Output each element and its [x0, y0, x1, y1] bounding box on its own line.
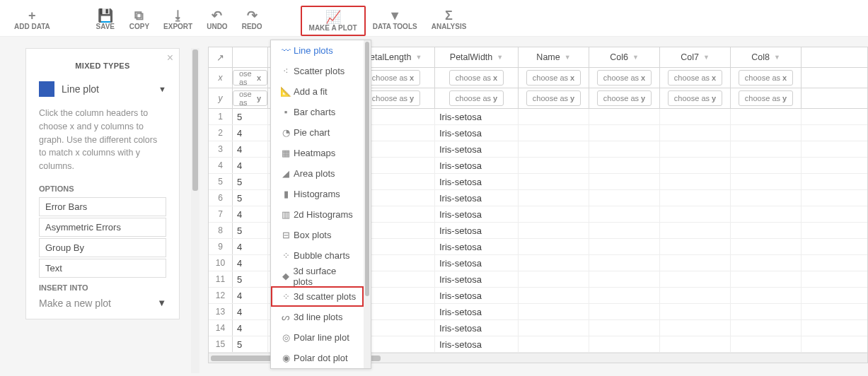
save-button[interactable]: 💾SAVE	[88, 6, 122, 33]
menu-item-icon: ◉	[278, 353, 294, 363]
menu-item-area-plots[interactable]: ◢Area plots	[271, 163, 364, 184]
copy-button[interactable]: ⧉COPY	[122, 6, 156, 33]
export-button[interactable]: ⭳EXPORT	[156, 6, 199, 33]
column-header[interactable]	[233, 47, 268, 67]
row-number: 3	[209, 141, 233, 157]
sigma-icon: Σ	[445, 8, 453, 23]
menu-item-icon: ◆	[278, 271, 293, 281]
choose-y-button[interactable]: ose as y	[233, 90, 267, 106]
make-a-plot-button[interactable]: 📈MAKE A PLOT	[301, 6, 366, 36]
menu-item-icon: ◢	[278, 168, 294, 179]
choose-x-button[interactable]: choose as x	[449, 70, 504, 86]
redo-icon: ↷	[247, 8, 257, 23]
chevron-down-icon: ▼	[703, 54, 710, 61]
menu-item-add-a-fit[interactable]: 📐Add a fit	[271, 81, 364, 102]
export-icon: ⭳	[172, 8, 185, 23]
menu-item-icon: ⁖	[278, 66, 294, 76]
toolbar: +ADD DATA 💾SAVE ⧉COPY ⭳EXPORT ↶UNDO ↷RED…	[0, 0, 868, 37]
menu-item-3d-scatter-plots[interactable]: ⁘3d scatter plots	[271, 286, 364, 307]
row-number: 2	[209, 125, 233, 141]
chevron-down-icon: ▼	[497, 54, 503, 61]
choose-x-button[interactable]: choose as x	[597, 70, 652, 86]
chevron-down-icon: ▼	[415, 54, 422, 61]
menu-item-icon: ᔕ	[278, 312, 294, 322]
row-number: 12	[209, 288, 233, 303]
row-number: 9	[209, 239, 233, 254]
menu-item-icon: ▪	[278, 107, 294, 117]
menu-item-icon: ▥	[278, 209, 294, 220]
sidebar-panel: × MIXED TYPES Line plot ▼ Click the colu…	[25, 48, 180, 319]
menu-item-pie-chart[interactable]: ◔Pie chart	[271, 122, 364, 143]
row-number: 7	[209, 206, 233, 222]
color-swatch	[39, 81, 54, 97]
menu-item-scatter-plots[interactable]: ⁖Scatter plots	[271, 61, 364, 81]
chevron-down-icon: ▼	[158, 85, 166, 93]
row-number: 4	[209, 158, 233, 173]
choose-y-button[interactable]: choose as y	[449, 90, 504, 106]
menu-item-icon: 〰	[278, 45, 294, 56]
option-asymmetric-errors[interactable]: Asymmetric Errors	[39, 218, 166, 237]
row-number: 1	[209, 109, 233, 124]
choose-y-button[interactable]: choose as y	[597, 90, 652, 106]
filter-icon: ▼	[388, 8, 401, 23]
undo-button[interactable]: ↶UNDO	[199, 6, 234, 33]
choose-x-button[interactable]: choose as x	[739, 70, 793, 86]
menu-item-3d-line-plots[interactable]: ᔕ3d line plots	[271, 307, 364, 327]
close-icon[interactable]: ×	[167, 52, 173, 64]
menu-item-heatmaps[interactable]: ▦Heatmaps	[271, 143, 364, 163]
undo-icon: ↶	[212, 8, 222, 23]
menu-item-3d-surface-plots[interactable]: ◆3d surface plots	[271, 266, 364, 286]
row-number: 10	[209, 255, 233, 271]
choose-y-button[interactable]: choose as y	[526, 90, 581, 106]
sidebar: × MIXED TYPES Line plot ▼ Click the colu…	[0, 37, 195, 376]
option-error-bars[interactable]: Error Bars	[39, 197, 166, 216]
menu-item-icon: ⁘	[278, 291, 294, 302]
add-data-button[interactable]: +ADD DATA	[7, 6, 57, 33]
choose-y-button[interactable]: choose as y	[739, 90, 793, 106]
plot-icon: 📈	[325, 10, 341, 24]
insert-select[interactable]: Make a new plot ▼	[39, 298, 166, 309]
row-number: 8	[209, 223, 233, 238]
plus-icon: +	[28, 8, 36, 23]
copy-icon: ⧉	[134, 8, 144, 23]
menu-item-2d-histograms[interactable]: ▥2d Histograms	[271, 204, 364, 225]
menu-item-bubble-charts[interactable]: ⁘Bubble charts	[271, 245, 364, 266]
choose-x-button[interactable]: choose as x	[526, 70, 581, 86]
option-text[interactable]: Text	[39, 259, 166, 278]
choose-y-button[interactable]: choose as y	[366, 90, 420, 106]
chevron-down-icon: ▼	[157, 298, 166, 308]
save-icon: 💾	[98, 8, 113, 23]
data-tools-button[interactable]: ▼DATA TOOLS	[366, 6, 424, 33]
column-header-col6[interactable]: Col6▼	[589, 47, 660, 67]
menu-item-box-plots[interactable]: ⊟Box plots	[271, 225, 364, 245]
menu-item-polar-dot-plot[interactable]: ◉Polar dot plot	[271, 348, 364, 368]
row-number: 6	[209, 190, 233, 206]
row-number: 11	[209, 271, 233, 287]
make-a-plot-menu: 〰Line plots⁖Scatter plots📐Add a fit▪Bar …	[270, 40, 371, 369]
menu-item-line-plots[interactable]: 〰Line plots	[271, 40, 364, 61]
column-header-col7[interactable]: Col7▼	[660, 47, 731, 67]
menu-scrollbar[interactable]	[364, 40, 371, 368]
row-number: 15	[209, 336, 233, 352]
grid-corner[interactable]: ↗	[209, 47, 233, 67]
choose-y-button[interactable]: choose as y	[668, 90, 722, 106]
menu-item-polar-line-plot[interactable]: ◎Polar line plot	[271, 327, 364, 348]
menu-item-icon: 📐	[278, 86, 294, 97]
column-header-petalwidth[interactable]: PetalWidth▼	[435, 47, 519, 67]
choose-x-button[interactable]: ose as x	[233, 70, 267, 86]
menu-item-histograms[interactable]: ▮Histograms	[271, 184, 364, 204]
option-group-by[interactable]: Group By	[39, 238, 166, 257]
plot-type-select[interactable]: Line plot ▼	[39, 81, 166, 97]
menu-item-icon: ◎	[278, 332, 294, 343]
column-header-name[interactable]: Name▼	[519, 47, 589, 67]
insert-label: INSERT INTO	[39, 283, 166, 292]
redo-button[interactable]: ↷REDO	[235, 6, 270, 33]
axis-y-label: y	[209, 88, 233, 108]
menu-item-icon: ⊟	[278, 230, 294, 240]
analysis-button[interactable]: ΣANALYSIS	[424, 6, 474, 33]
column-header-col8[interactable]: Col8▼	[731, 47, 802, 67]
choose-x-button[interactable]: choose as x	[668, 70, 722, 86]
menu-item-bar-charts[interactable]: ▪Bar charts	[271, 102, 364, 122]
chevron-down-icon: ▼	[632, 54, 639, 61]
choose-x-button[interactable]: choose as x	[366, 70, 420, 86]
